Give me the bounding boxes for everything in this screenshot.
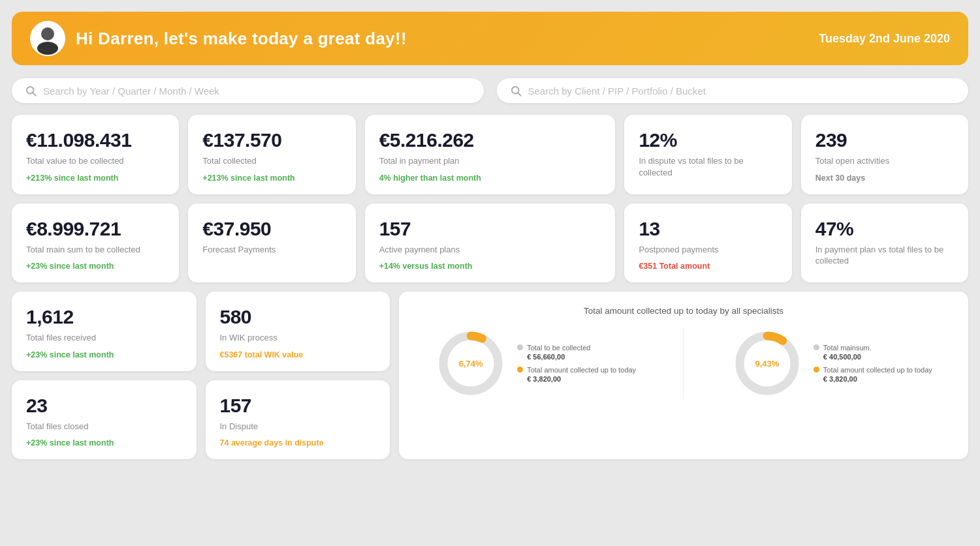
search-placeholder-2: Search by Client / PIP / Portfolio / Buc… (528, 85, 706, 97)
donut-2-legend: Total mainsum. € 40,500,00 Total amount … (814, 343, 932, 384)
svg-line-5 (518, 93, 520, 95)
donut-2-container: 9,43% Total mainsum. € 40,500,00 (731, 327, 932, 399)
left-bottom-col: 1,612 Total files received +23% since la… (12, 292, 390, 459)
donut-1-legend: Total to be collected € 56,660,00 Total … (517, 343, 636, 384)
card-badge-wik: €5367 total WIK value (220, 350, 376, 359)
charts-inner: 6,74% Total to be collected € 56,660,00 (415, 327, 953, 399)
header-left: Hi Darren, let's make today a great day!… (30, 21, 407, 56)
card-badge-main-sum: +23% since last month (26, 262, 165, 271)
card-in-dispute: 12% In dispute vs total files to be coll… (624, 115, 791, 194)
card-label-wik: In WIK process (220, 332, 376, 344)
card-in-dispute-bottom: 157 In Dispute 74 average days in disput… (206, 380, 390, 460)
legend-dot-1-2 (517, 367, 523, 372)
card-label-postponed: Postponed payments (639, 244, 777, 256)
card-value-forecast: €37.950 (202, 218, 341, 240)
card-active-plans: 157 Active payment plans +14% versus las… (365, 204, 616, 283)
card-label-files-closed: Total files closed (26, 421, 182, 432)
legend-dot-1-1 (517, 344, 523, 350)
donut-2: 9,43% (731, 327, 803, 399)
card-label-plan-vs-total: In payment plan vs total files to be col… (815, 244, 954, 267)
card-value-total-value: €11.098.431 (26, 129, 165, 151)
card-label-open-activities: Total open activities (815, 155, 954, 167)
card-value-total-collected: €137.570 (202, 129, 341, 151)
header-date: Tuesday 2nd June 2020 (819, 32, 950, 46)
card-badge-postponed: €351 Total amount (639, 262, 777, 271)
card-value-in-dispute: 12% (639, 129, 777, 151)
card-value-payment-plan: €5.216.262 (379, 129, 601, 151)
cards-area: €11.098.431 Total value to be collected … (0, 103, 980, 471)
card-forecast: €37.950 Forecast Payments (188, 204, 355, 283)
bottom-row: 1,612 Total files received +23% since la… (12, 292, 968, 471)
card-files-received: 1,612 Total files received +23% since la… (12, 292, 197, 371)
legend-dot-2-1 (814, 344, 819, 350)
svg-point-1 (37, 42, 58, 55)
legend-text-1-2: Total amount collected up to today € 3,8… (527, 365, 636, 384)
donut-1: 6,74% (435, 327, 507, 399)
svg-line-3 (33, 93, 35, 95)
search-icon-1 (25, 85, 37, 97)
card-label-total-value: Total value to be collected (26, 155, 165, 167)
card-label-in-dispute: In dispute vs total files to be collecte… (639, 155, 777, 178)
card-wik: 580 In WIK process €5367 total WIK value (206, 292, 390, 371)
card-badge-payment-plan: 4% higher than last month (379, 174, 601, 183)
donut-2-label: 9,43% (755, 359, 779, 369)
chart-card: Total amount collected up to today by al… (399, 292, 968, 459)
card-label-payment-plan: Total in payment plan (379, 155, 601, 167)
legend-item-2-1: Total mainsum. € 40,500,00 (814, 343, 932, 362)
left-bottom-row-2: 23 Total files closed +23% since last mo… (12, 380, 390, 460)
chart-title: Total amount collected up to today by al… (415, 306, 953, 316)
card-label-total-collected: Total collected (202, 155, 341, 167)
card-value-plan-vs-total: 47% (815, 218, 954, 240)
card-badge-total-collected: +213% since last month (202, 174, 341, 183)
card-main-sum: €8.999.721 Total main sum to be collecte… (12, 204, 179, 283)
card-value-files-received: 1,612 (26, 306, 182, 328)
legend-dot-2-2 (814, 367, 819, 372)
card-value-files-closed: 23 (26, 395, 182, 417)
donut-1-container: 6,74% Total to be collected € 56,660,00 (435, 327, 636, 399)
legend-text-2-1: Total mainsum. € 40,500,00 (823, 343, 872, 362)
donut-1-label: 6,74% (459, 359, 483, 369)
header-banner: Hi Darren, let's make today a great day!… (12, 12, 968, 65)
search-icon-2 (510, 85, 522, 97)
legend-item-1-1: Total to be collected € 56,660,00 (517, 343, 636, 362)
card-badge-active-plans: +14% versus last month (379, 262, 601, 271)
card-label-forecast: Forecast Payments (202, 244, 341, 256)
avatar (30, 21, 65, 56)
legend-text-1-1: Total to be collected € 56,660,00 (527, 343, 590, 362)
card-label-active-plans: Active payment plans (379, 244, 601, 256)
card-plan-vs-total: 47% In payment plan vs total files to be… (801, 204, 968, 283)
card-label-files-received: Total files received (26, 332, 182, 344)
card-badge-open-activities: Next 30 days (815, 174, 954, 183)
card-value-wik: 580 (220, 306, 376, 328)
card-postponed: 13 Postponed payments €351 Total amount (624, 204, 791, 283)
card-payment-plan: €5.216.262 Total in payment plan 4% high… (365, 115, 616, 194)
card-badge-files-closed: +23% since last month (26, 438, 182, 447)
card-open-activities: 239 Total open activities Next 30 days (801, 115, 968, 194)
chart-divider (683, 327, 684, 399)
svg-point-0 (41, 27, 54, 40)
card-value-postponed: 13 (639, 218, 777, 240)
search-placeholder-1: Search by Year / Quarter / Month / Week (43, 85, 219, 97)
card-badge-total-value: +213% since last month (26, 174, 165, 183)
legend-item-2-2: Total amount collected up to today € 3,8… (814, 365, 932, 384)
greeting-text: Hi Darren, let's make today a great day!… (76, 29, 407, 49)
card-files-closed: 23 Total files closed +23% since last mo… (12, 380, 197, 460)
card-label-main-sum: Total main sum to be collected (26, 244, 165, 256)
legend-text-2-2: Total amount collected up to today € 3,8… (823, 365, 932, 384)
card-value-open-activities: 239 (815, 129, 954, 151)
cards-row-2: €8.999.721 Total main sum to be collecte… (12, 204, 968, 283)
card-total-collected: €137.570 Total collected +213% since las… (188, 115, 355, 194)
legend-item-1-2: Total amount collected up to today € 3,8… (517, 365, 636, 384)
card-value-in-dispute-bottom: 157 (220, 395, 376, 417)
card-total-value: €11.098.431 Total value to be collected … (12, 115, 179, 194)
left-bottom-row-1: 1,612 Total files received +23% since la… (12, 292, 390, 371)
search-row: Search by Year / Quarter / Month / Week … (12, 78, 968, 103)
card-value-main-sum: €8.999.721 (26, 218, 165, 240)
cards-row-1: €11.098.431 Total value to be collected … (12, 115, 968, 194)
search-box-2[interactable]: Search by Client / PIP / Portfolio / Buc… (497, 78, 969, 103)
card-badge-in-dispute-bottom: 74 average days in dispute (220, 438, 376, 447)
card-label-in-dispute-bottom: In Dispute (220, 421, 376, 432)
card-badge-files-received: +23% since last month (26, 350, 182, 359)
search-box-1[interactable]: Search by Year / Quarter / Month / Week (12, 78, 484, 103)
card-value-active-plans: 157 (379, 218, 601, 240)
